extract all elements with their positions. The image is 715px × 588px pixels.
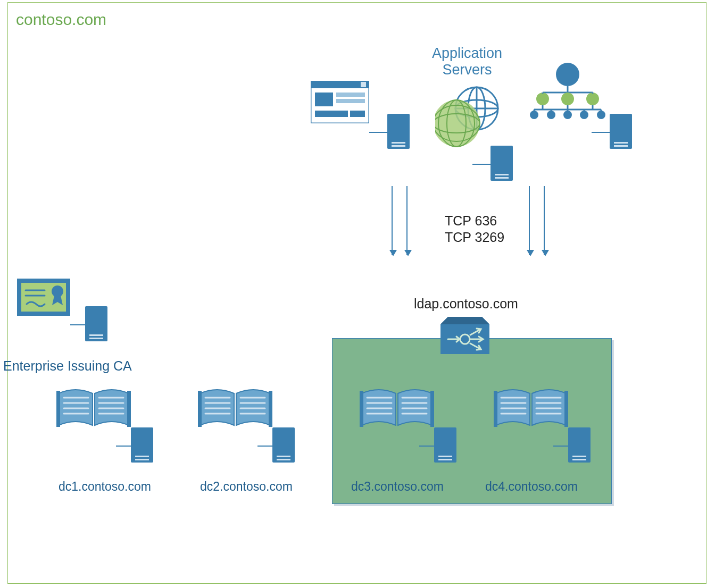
svg-rect-70	[360, 391, 363, 426]
globe-icon	[435, 86, 499, 150]
svg-rect-2	[361, 82, 366, 87]
connector	[592, 132, 611, 133]
svg-rect-51	[128, 391, 131, 426]
svg-point-18	[556, 63, 579, 86]
svg-rect-1	[311, 81, 369, 88]
domain-controller-icon	[494, 386, 568, 429]
org-chart-icon	[528, 63, 608, 121]
svg-point-35	[530, 111, 538, 119]
server-icon	[434, 427, 456, 463]
svg-rect-80	[494, 391, 497, 426]
connector	[553, 446, 569, 447]
dc3-label: dc3.contoso.com	[351, 480, 444, 494]
arrow-down-icon	[392, 186, 393, 255]
svg-rect-50	[56, 391, 60, 426]
svg-point-38	[580, 111, 588, 119]
port-line-2: TCP 3269	[445, 229, 504, 246]
svg-point-47	[52, 285, 63, 297]
application-servers-label: Application Servers	[409, 45, 526, 78]
connector	[369, 132, 388, 133]
certificate-icon	[17, 279, 70, 316]
svg-rect-3	[315, 93, 333, 106]
ports-label: TCP 636 TCP 3269	[445, 213, 504, 246]
domain-title: contoso.com	[16, 11, 106, 29]
connector	[419, 446, 435, 447]
svg-rect-5	[336, 99, 365, 103]
server-icon	[610, 114, 632, 149]
ca-label: Enterprise Issuing CA	[3, 358, 132, 374]
svg-rect-4	[336, 93, 365, 97]
server-icon	[131, 427, 153, 463]
svg-rect-6	[315, 111, 348, 117]
svg-point-13	[435, 100, 480, 147]
arrow-down-icon	[544, 186, 545, 255]
arrow-down-icon	[529, 186, 530, 255]
dc2-label: dc2.contoso.com	[200, 480, 293, 494]
ldap-hostname: ldap.contoso.com	[414, 296, 518, 312]
app-window-icon	[311, 81, 369, 123]
domain-controller-icon	[56, 386, 131, 429]
svg-point-22	[561, 93, 574, 105]
svg-point-39	[597, 111, 605, 119]
svg-rect-71	[431, 391, 434, 426]
connector	[70, 324, 86, 325]
server-icon	[272, 427, 295, 463]
diagram-canvas: contoso.com Application Servers	[0, 0, 715, 588]
domain-controller-icon	[198, 386, 272, 429]
svg-point-36	[547, 111, 555, 119]
server-icon	[85, 306, 107, 341]
port-line-1: TCP 636	[445, 213, 504, 229]
domain-controller-icon	[360, 386, 434, 429]
arrow-down-icon	[406, 186, 408, 255]
server-icon	[387, 114, 410, 149]
svg-rect-7	[350, 111, 365, 117]
connector	[116, 446, 132, 447]
connector	[257, 446, 273, 447]
svg-point-21	[536, 93, 549, 105]
dc1-label: dc1.contoso.com	[59, 480, 151, 494]
svg-point-23	[586, 93, 599, 105]
server-icon	[568, 427, 591, 463]
svg-rect-60	[198, 391, 201, 426]
connector	[472, 164, 492, 165]
svg-rect-61	[269, 391, 272, 426]
load-balancer-icon	[440, 317, 489, 354]
application-servers-text: Application Servers	[432, 45, 502, 78]
dc4-label: dc4.contoso.com	[485, 480, 578, 494]
svg-rect-81	[565, 391, 568, 426]
svg-point-37	[563, 111, 572, 119]
server-icon	[490, 146, 513, 181]
